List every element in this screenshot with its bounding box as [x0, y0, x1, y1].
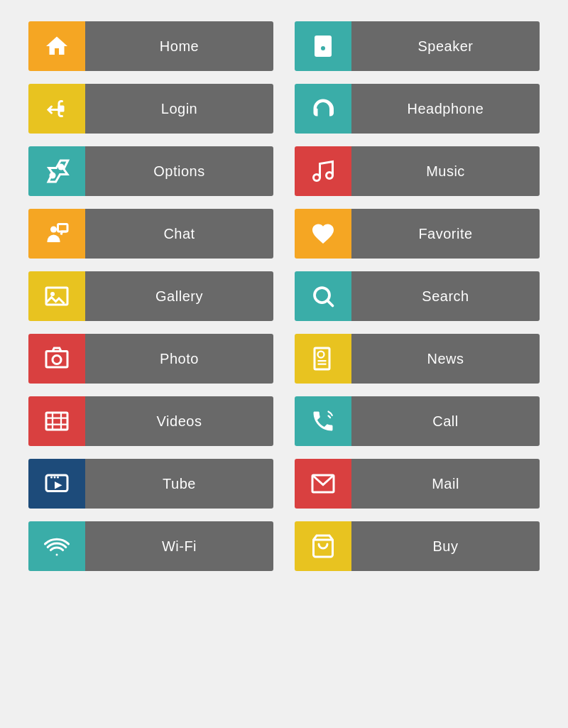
menu-item-options[interactable]: Options	[28, 146, 273, 196]
search-icon	[295, 271, 351, 321]
videos-icon	[28, 396, 85, 446]
menu-item-favorite[interactable]: Favorite	[295, 209, 540, 259]
svg-point-5	[50, 173, 56, 179]
favorite-label: Favorite	[351, 209, 540, 259]
svg-point-6	[58, 164, 65, 170]
svg-rect-4	[58, 106, 65, 112]
svg-marker-25	[55, 482, 62, 489]
menu-item-buy[interactable]: Buy	[295, 521, 540, 571]
menu-item-speaker[interactable]: Speaker	[295, 21, 540, 71]
speaker-icon	[295, 21, 351, 71]
menu-item-headphone[interactable]: Headphone	[295, 84, 540, 134]
svg-point-7	[50, 227, 57, 233]
music-icon	[295, 146, 351, 196]
svg-point-24	[57, 477, 59, 479]
wifi-label: Wi-Fi	[85, 521, 273, 571]
home-icon	[28, 21, 85, 71]
gallery-label: Gallery	[85, 271, 273, 321]
svg-point-23	[54, 477, 56, 479]
menu-item-login[interactable]: Login	[28, 84, 273, 134]
svg-rect-16	[46, 413, 67, 430]
svg-point-15	[318, 352, 324, 358]
headphone-label: Headphone	[351, 84, 540, 134]
menu-item-mail[interactable]: Mail	[295, 459, 540, 509]
menu-grid: Home Speaker Login Headphone Options Mus…	[28, 21, 540, 571]
svg-point-3	[322, 38, 325, 42]
chat-icon	[28, 209, 85, 259]
call-label: Call	[351, 396, 540, 446]
svg-point-10	[50, 292, 55, 296]
login-icon	[28, 84, 85, 134]
menu-item-news[interactable]: News	[295, 334, 540, 384]
photo-label: Photo	[85, 334, 273, 384]
news-label: News	[351, 334, 540, 384]
menu-item-gallery[interactable]: Gallery	[28, 271, 273, 321]
svg-point-13	[53, 356, 61, 364]
menu-item-call[interactable]: Call	[295, 396, 540, 446]
gallery-icon	[28, 271, 85, 321]
call-icon	[295, 396, 351, 446]
mail-label: Mail	[351, 459, 540, 509]
wifi-icon	[28, 521, 85, 571]
buy-label: Buy	[351, 521, 540, 571]
tube-label: Tube	[85, 459, 273, 509]
menu-item-tube[interactable]: Tube	[28, 459, 273, 509]
search-label: Search	[351, 271, 540, 321]
tube-icon	[28, 459, 85, 509]
options-label: Options	[85, 146, 273, 196]
login-label: Login	[85, 84, 273, 134]
news-icon	[295, 334, 351, 384]
videos-label: Videos	[85, 396, 273, 446]
svg-point-22	[50, 477, 53, 479]
music-label: Music	[351, 146, 540, 196]
menu-item-search[interactable]: Search	[295, 271, 540, 321]
mail-icon	[295, 459, 351, 509]
svg-point-2	[321, 46, 325, 50]
buy-icon	[295, 521, 351, 571]
options-icon	[28, 146, 85, 196]
menu-item-music[interactable]: Music	[295, 146, 540, 196]
home-label: Home	[85, 21, 273, 71]
menu-item-chat[interactable]: Chat	[28, 209, 273, 259]
svg-rect-8	[58, 224, 68, 232]
menu-item-photo[interactable]: Photo	[28, 334, 273, 384]
menu-item-home[interactable]: Home	[28, 21, 273, 71]
menu-item-wifi[interactable]: Wi-Fi	[28, 521, 273, 571]
favorite-icon	[295, 209, 351, 259]
chat-label: Chat	[85, 209, 273, 259]
speaker-label: Speaker	[351, 21, 540, 71]
headphone-icon	[295, 84, 351, 134]
menu-item-videos[interactable]: Videos	[28, 396, 273, 446]
photo-icon	[28, 334, 85, 384]
